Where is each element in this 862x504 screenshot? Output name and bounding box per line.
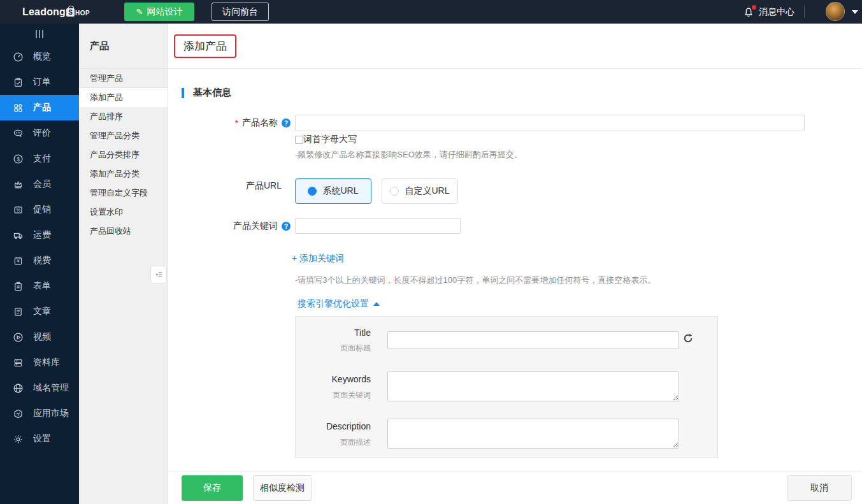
capitalize-row: 词首字母大写	[295, 134, 357, 145]
svg-text:¥: ¥	[17, 258, 20, 264]
seo-keywords-label: Keywords	[296, 374, 371, 384]
bell-icon	[743, 6, 754, 18]
tax-icon: ¥	[13, 256, 24, 266]
refresh-icon[interactable]	[682, 333, 694, 344]
submenu-collapse-button[interactable]	[150, 266, 167, 284]
sidebar-item-products[interactable]: 产品	[0, 95, 79, 120]
svg-text:$: $	[17, 155, 20, 162]
gauge-icon	[13, 52, 24, 62]
form-icon	[13, 281, 24, 292]
sidebar-item-library[interactable]: 资料库	[0, 350, 79, 375]
pencil-icon: ✎	[136, 7, 143, 17]
collapse-menu-icon	[154, 271, 164, 279]
product-name-input[interactable]	[295, 115, 805, 131]
submenu-item-add-category[interactable]: 添加产品分类	[79, 164, 168, 184]
user-menu-caret-icon[interactable]	[852, 10, 858, 14]
submenu-item-manage-categories[interactable]: 管理产品分类	[79, 126, 168, 145]
seo-settings-toggle[interactable]: 搜索引擎优化设置	[298, 298, 380, 310]
sidebar-item-videos[interactable]: 视频	[0, 324, 79, 350]
sidebar-collapse-toggle[interactable]	[0, 24, 79, 44]
member-icon	[13, 179, 24, 190]
product-grid-icon	[13, 103, 24, 113]
product-keywords-label: 产品关键词	[168, 220, 291, 233]
collapse-arrow-icon	[373, 302, 380, 306]
sidebar-item-overview[interactable]: 概览	[0, 44, 79, 69]
section-accent-bar	[182, 88, 184, 98]
submenu-item-custom-fields[interactable]: 管理自定义字段	[79, 184, 168, 203]
settings-icon	[13, 434, 24, 445]
submenu-item-watermark[interactable]: 设置水印	[79, 203, 168, 222]
sidebar-item-taxes[interactable]: ¥ 税费	[0, 248, 79, 273]
required-mark: *	[235, 118, 238, 128]
video-icon	[13, 332, 24, 343]
seo-keywords-sublabel: 页面关键词	[296, 390, 371, 401]
sidebar-item-payment[interactable]: $ 支付	[0, 146, 79, 171]
seo-description-textarea[interactable]	[387, 419, 679, 449]
submenu-header: 产品	[79, 24, 168, 69]
sidebar-item-articles[interactable]: 文章	[0, 299, 79, 324]
custom-url-option[interactable]: 自定义URL	[382, 178, 458, 204]
sidebar-item-shipping[interactable]: 运费	[0, 222, 79, 248]
submenu-item-category-sort[interactable]: 产品分类排序	[79, 145, 168, 164]
notification-dot	[752, 5, 756, 10]
help-icon[interactable]	[282, 119, 291, 127]
main-content: 添加产品 基本信息 * 产品名称 词首字母大写 -频繁修改产品名称直接影响SEO…	[168, 24, 862, 504]
product-url-label: 产品URL	[168, 180, 282, 192]
sidebar-item-orders[interactable]: 订单	[0, 69, 79, 95]
products-submenu: 产品 管理产品 添加产品 产品排序 管理产品分类 产品分类排序 添加产品分类 管…	[79, 24, 168, 504]
seo-description-label: Description	[296, 421, 371, 431]
seo-description-sublabel: 页面描述	[296, 437, 371, 448]
add-keyword-link[interactable]: + 添加关键词	[292, 253, 344, 264]
user-avatar[interactable]	[826, 2, 845, 21]
domain-icon	[13, 383, 24, 394]
seo-keywords-textarea[interactable]	[387, 371, 679, 401]
promotion-icon: %	[13, 205, 24, 215]
radio-unselected-icon	[390, 187, 399, 196]
message-center[interactable]: 消息中心	[743, 0, 794, 24]
sidebar-item-reviews[interactable]: 评价	[0, 120, 79, 146]
order-icon	[13, 77, 24, 88]
visit-front-button[interactable]: 访问前台	[212, 3, 269, 21]
library-icon	[13, 357, 24, 368]
topbar: Leadong S HOP ✎ 网站设计 访问前台 消息中心	[0, 0, 862, 24]
sidebar-item-forms[interactable]: 表单	[0, 273, 79, 299]
product-url-options: 系统URL 自定义URL	[295, 178, 458, 204]
page-header: 添加产品	[168, 24, 862, 69]
save-button[interactable]: 保存	[182, 475, 243, 501]
capitalize-label: 词首字母大写	[303, 134, 357, 145]
radio-selected-icon	[308, 187, 317, 196]
submenu-item-add-product[interactable]: 添加产品	[79, 88, 168, 107]
svg-text:%: %	[16, 206, 20, 212]
sidebar-item-settings[interactable]: 设置	[0, 426, 79, 452]
submenu-item-product-sort[interactable]: 产品排序	[79, 107, 168, 126]
product-keywords-input[interactable]	[295, 218, 461, 234]
system-url-option[interactable]: 系统URL	[295, 178, 371, 204]
brand-logo[interactable]: Leadong S HOP	[22, 0, 90, 24]
brand-text-right: HOP	[75, 10, 90, 17]
seo-title-label: Title	[296, 328, 371, 338]
action-bar: 保存 相似度检测 取消	[168, 472, 862, 504]
sidebar-item-app-market[interactable]: 应用市场	[0, 401, 79, 426]
seo-panel: Title 页面标题 Keywords 页面关键词 Description 页面…	[295, 316, 718, 458]
similarity-check-button[interactable]: 相似度检测	[253, 475, 312, 501]
topbar-divider	[804, 6, 805, 18]
submenu-item-manage-products[interactable]: 管理产品	[79, 69, 168, 88]
review-icon	[13, 128, 24, 139]
help-icon[interactable]	[282, 222, 291, 231]
payment-icon: $	[13, 154, 24, 164]
capitalize-checkbox[interactable]	[295, 136, 303, 144]
message-center-label: 消息中心	[759, 6, 794, 18]
sidebar-item-domains[interactable]: 域名管理	[0, 375, 79, 401]
page-title: 添加产品	[183, 39, 227, 54]
sidebar-item-promotions[interactable]: % 促销	[0, 197, 79, 222]
submenu-item-recycle-bin[interactable]: 产品回收站	[79, 222, 168, 241]
product-name-label: * 产品名称	[168, 117, 291, 129]
seo-title-input[interactable]	[387, 331, 679, 349]
site-design-button[interactable]: ✎ 网站设计	[124, 3, 194, 21]
seo-title-sublabel: 页面标题	[296, 343, 371, 354]
app-market-icon	[13, 408, 24, 419]
sidebar-item-members[interactable]: 会员	[0, 171, 79, 197]
cancel-button[interactable]: 取消	[787, 475, 852, 501]
site-design-label: 网站设计	[147, 6, 182, 18]
brand-text-left: Leadong	[22, 6, 66, 18]
